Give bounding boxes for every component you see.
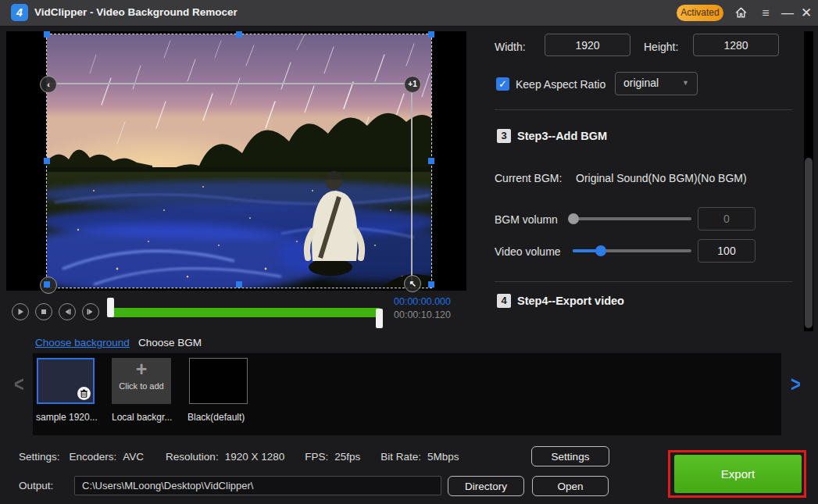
next-frame-button[interactable] xyxy=(82,303,99,320)
crop-handle-top-center[interactable] xyxy=(236,31,242,38)
resolution-value: 1920 X 1280 xyxy=(225,451,285,463)
stop-icon xyxy=(38,306,49,317)
height-input[interactable] xyxy=(693,34,779,56)
step4-title: Step4--Export video xyxy=(517,295,624,307)
menu-icon[interactable]: ≡ xyxy=(756,0,775,26)
panel-scrollbar[interactable] xyxy=(804,31,813,331)
video-preview-panel: ‹ +1 ↖ › xyxy=(6,31,466,291)
thumbnail-black-default[interactable] xyxy=(189,358,248,404)
export-button[interactable]: Export xyxy=(674,455,802,493)
encoders-value: AVC xyxy=(123,451,144,463)
settings-summary: Settings: Encoders: AVC Resolution: 1920… xyxy=(19,451,459,463)
minimize-icon[interactable]: — xyxy=(778,0,797,26)
fps-value: 25fps xyxy=(334,451,360,463)
app-title: VidClipper - Video Background Remocer xyxy=(34,6,238,18)
crop-handle-mid-left[interactable] xyxy=(44,158,50,164)
crop-handle-bottom-center[interactable] xyxy=(236,281,242,288)
height-label: Height: xyxy=(644,41,678,53)
thumbnail-black-label: Black(default) xyxy=(188,412,245,423)
delete-thumbnail-button[interactable] xyxy=(77,387,91,400)
bgm-volume-knob[interactable] xyxy=(568,213,579,224)
step3-title: Step3--Add BGM xyxy=(517,130,607,142)
app-window: 4 VidClipper - Video Background Remocer … xyxy=(0,0,818,504)
aspect-ratio-select[interactable]: original ▼ xyxy=(615,72,698,95)
app-logo-icon: 4 xyxy=(11,4,28,21)
step-back-icon xyxy=(62,306,73,317)
play-icon xyxy=(15,306,26,317)
bgm-volume-label: BGM volumn xyxy=(495,213,558,226)
step4-number: 4 xyxy=(497,294,511,308)
guide-plus-one-marker[interactable]: +1 xyxy=(404,76,421,93)
divider xyxy=(495,281,792,282)
trim-handle-end[interactable] xyxy=(376,309,383,328)
prev-frame-button[interactable] xyxy=(59,303,76,320)
stop-button[interactable] xyxy=(35,303,52,320)
panel-scrollbar-thumb[interactable] xyxy=(805,158,813,328)
tab-choose-background[interactable]: Choose background xyxy=(35,337,130,349)
crop-handle-bottom-left[interactable] xyxy=(44,281,50,288)
step-forward-icon xyxy=(85,306,96,317)
current-bgm-value: Original Sound(No BGM)(No BGM) xyxy=(576,172,747,184)
thumbnail-add-local[interactable]: + Click to add xyxy=(112,358,171,404)
output-label: Output: xyxy=(19,480,53,491)
aspect-ratio-value: original xyxy=(623,77,659,89)
strip-right-arrow-icon[interactable]: > xyxy=(791,372,801,398)
thumbnail-sample-label: sample 1920... xyxy=(36,412,98,423)
video-volume-value: 100 xyxy=(698,239,755,263)
encoders-label: Encoders: xyxy=(70,451,117,463)
chevron-down-icon: ▼ xyxy=(682,79,689,87)
current-bgm-label: Current BGM: xyxy=(495,172,562,184)
play-button[interactable] xyxy=(12,303,29,320)
home-icon[interactable] xyxy=(731,0,750,26)
timeline-bar[interactable] xyxy=(112,308,380,317)
open-button[interactable]: Open xyxy=(532,476,609,496)
crop-handle-top-right[interactable] xyxy=(428,31,434,38)
crop-handle-top-left[interactable] xyxy=(44,31,50,38)
fps-label: FPS: xyxy=(305,451,328,463)
video-frame-art xyxy=(47,34,431,288)
guide-line-horizontal[interactable] xyxy=(48,83,412,84)
thumbnail-local-label: Local backgr... xyxy=(112,412,172,423)
output-path-input[interactable] xyxy=(74,476,441,495)
plus-icon: + xyxy=(112,358,171,380)
divider xyxy=(495,109,792,110)
tab-choose-bgm[interactable]: Choose BGM xyxy=(138,337,202,349)
width-label: Width: xyxy=(495,41,526,53)
video-frame[interactable]: ‹ +1 ↖ › xyxy=(47,34,431,288)
resolution-label: Resolution: xyxy=(166,451,219,463)
trash-icon xyxy=(80,389,88,398)
settings-button[interactable]: Settings xyxy=(531,446,609,466)
close-icon[interactable]: ✕ xyxy=(797,0,816,26)
activated-badge: Activated xyxy=(677,5,723,21)
keep-aspect-label: Keep Aspect Ratio xyxy=(516,78,605,91)
thumbnail-sample[interactable] xyxy=(37,358,95,404)
settings-label: Settings: xyxy=(19,451,60,463)
title-bar: 4 VidClipper - Video Background Remocer … xyxy=(0,0,818,27)
keep-aspect-checkbox[interactable]: ✓ xyxy=(496,77,509,91)
bgm-volume-value: 0 xyxy=(698,207,755,231)
total-time: 00:00:10.120 xyxy=(373,309,451,320)
video-volume-knob[interactable] xyxy=(595,245,606,256)
crop-handle-mid-right[interactable] xyxy=(428,158,434,164)
guide-line-vertical[interactable] xyxy=(411,84,413,284)
step3-number: 3 xyxy=(497,129,511,143)
bitrate-value: 5Mbps xyxy=(427,451,459,463)
rotate-handle[interactable]: ↖ xyxy=(404,275,421,292)
bgm-volume-slider[interactable] xyxy=(571,217,691,220)
guide-left-marker[interactable]: ‹ xyxy=(40,76,57,93)
strip-left-arrow-icon[interactable]: < xyxy=(14,372,24,398)
current-time: 00:00:00.000 xyxy=(373,296,451,307)
click-to-add-label: Click to add xyxy=(112,381,171,391)
trim-handle-start[interactable] xyxy=(107,298,114,317)
width-input[interactable] xyxy=(545,34,630,56)
directory-button[interactable]: Directory xyxy=(448,476,524,496)
crop-handle-bottom-right[interactable] xyxy=(428,281,434,288)
video-volume-label: Video volume xyxy=(495,245,561,258)
bitrate-label: Bit Rate: xyxy=(380,451,421,463)
